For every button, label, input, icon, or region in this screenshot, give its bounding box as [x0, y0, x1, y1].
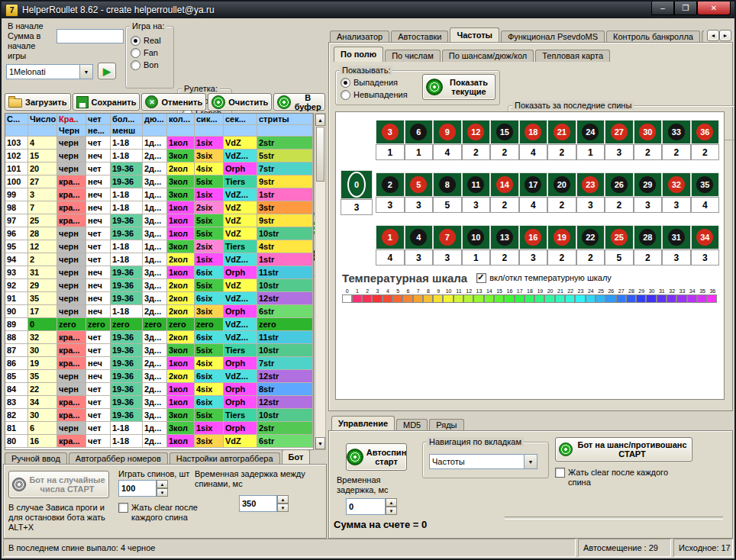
field-number-20[interactable]: 20 [547, 172, 576, 197]
tab-Частоты[interactable]: Частоты [450, 27, 499, 43]
bot-clear-checkbox[interactable] [118, 503, 128, 513]
tab-Автоставки[interactable]: Автоставки [391, 31, 448, 43]
tab-Автограббер номеров[interactable]: Автограббер номеров [69, 452, 168, 465]
save-button[interactable]: Сохранить [73, 93, 140, 111]
scrollbar-thumb[interactable] [316, 127, 324, 182]
field-number-23[interactable]: 23 [576, 172, 605, 197]
tab-Ряды[interactable]: Ряды [429, 419, 463, 431]
undo-button[interactable]: ✕Отменить [141, 93, 206, 111]
field-number-9[interactable]: 9 [433, 120, 462, 144]
spins-up-icon[interactable]: ▲ [157, 480, 168, 488]
radio-Fan[interactable]: Fan [131, 47, 170, 59]
tab-Настройки автограббера[interactable]: Настройки автограббера [169, 452, 280, 465]
field-number-34[interactable]: 34 [691, 225, 720, 249]
spins-stepper[interactable]: 100 ▲▼ [118, 480, 168, 497]
field-number-4[interactable]: 4 [405, 225, 434, 249]
tab-Управление[interactable]: Управление [331, 416, 395, 431]
control-delay-stepper[interactable]: 0 ▲▼ [346, 498, 397, 515]
field-number-33[interactable]: 33 [662, 120, 691, 144]
table-scrollbar[interactable]: ▲ ▼ [315, 113, 326, 450]
field-number-3[interactable]: 3 [376, 120, 405, 144]
field-number-12[interactable]: 12 [462, 120, 491, 144]
field-number-31[interactable]: 31 [662, 225, 691, 249]
radio-Real[interactable]: Real [131, 34, 170, 47]
field-number-6[interactable]: 6 [405, 120, 434, 144]
tab-Контроль банкролла[interactable]: Контроль банкролла [606, 31, 700, 43]
nav-dropdown-icon[interactable]: ▼ [524, 455, 537, 468]
random-bot-button[interactable]: Бот на случайные числа СТАРТ [8, 471, 109, 498]
field-number-35[interactable]: 35 [691, 172, 720, 197]
tab-Функционал PsevdoMS[interactable]: Функционал PsevdoMS [501, 31, 605, 43]
tab-MD5[interactable]: MD5 [396, 419, 428, 431]
tab-Тепловая карта[interactable]: Тепловая карта [535, 50, 610, 62]
temp-scale-checkbox-row[interactable]: вкл/откл температурную шкалу [476, 273, 612, 283]
chance-bot-button[interactable]: Бот на шанс/противошанс СТАРТ [555, 437, 692, 462]
clear-button[interactable]: Очистить [208, 93, 272, 111]
field-number-29[interactable]: 29 [634, 172, 663, 197]
load-button[interactable]: Загрузить [5, 93, 71, 111]
table-cell: 19-36 [111, 227, 143, 240]
results-table[interactable]: С...ЧислоКра..четбол...дю...кол...сик...… [5, 113, 314, 450]
close-button[interactable]: ✕ [697, 2, 731, 15]
control-delay-up-icon[interactable]: ▲ [386, 498, 397, 507]
start-sum-input[interactable] [56, 29, 124, 43]
zero-column[interactable]: 0 3 [341, 120, 373, 266]
field-number-27[interactable]: 27 [605, 120, 634, 144]
minimize-button[interactable]: – [651, 2, 674, 15]
tab-По полю[interactable]: По полю [334, 47, 383, 62]
field-number-24[interactable]: 24 [576, 120, 605, 144]
field-number-11[interactable]: 11 [462, 172, 491, 197]
tab-Анализатор[interactable]: Анализатор [330, 31, 389, 43]
field-number-1[interactable]: 1 [376, 225, 405, 249]
field-number-13[interactable]: 13 [490, 225, 519, 249]
field-number-5[interactable]: 5 [405, 172, 434, 197]
field-number-10[interactable]: 10 [462, 225, 491, 249]
copy-buffer-button[interactable]: В буфер [273, 93, 325, 111]
tab-Ручной ввод[interactable]: Ручной ввод [5, 452, 67, 465]
field-number-15[interactable]: 15 [490, 120, 519, 144]
control-delay-down-icon[interactable]: ▼ [386, 507, 397, 515]
field-number-2[interactable]: 2 [376, 172, 405, 197]
control-clear-checkbox[interactable] [555, 468, 565, 478]
field-number-36[interactable]: 36 [691, 120, 720, 144]
field-number-32[interactable]: 32 [662, 172, 691, 197]
field-number-21[interactable]: 21 [547, 120, 576, 144]
field-number-25[interactable]: 25 [605, 225, 634, 249]
field-number-0[interactable]: 0 [341, 170, 373, 199]
combo-dropdown-icon[interactable]: ▼ [79, 65, 92, 79]
field-number-16[interactable]: 16 [519, 225, 548, 249]
field-number-26[interactable]: 26 [605, 172, 634, 197]
field-number-30[interactable]: 30 [634, 120, 663, 144]
tab-scroll-right-icon[interactable]: ► [719, 30, 731, 41]
field-number-17[interactable]: 17 [519, 172, 548, 197]
titlebar[interactable]: 7 HelperRoullet 8.62 - create helperroul… [2, 2, 734, 18]
field-number-19[interactable]: 19 [547, 225, 576, 249]
field-number-8[interactable]: 8 [433, 172, 462, 197]
field-number-22[interactable]: 22 [576, 225, 605, 249]
play-button[interactable]: ▶ [98, 63, 116, 79]
delay-down-icon[interactable]: ▼ [277, 504, 289, 512]
tab-По числам[interactable]: По числам [385, 50, 441, 62]
bot-clear-checkbox-row[interactable]: Жать clear после каждого спина [118, 503, 229, 523]
temp-scale-checkbox[interactable] [476, 273, 486, 283]
show-current-button[interactable]: Показать текущие [422, 74, 496, 100]
autospin-button[interactable]: Автоспин старт [346, 443, 407, 471]
bot-delay-stepper[interactable]: 350 ▲▼ [239, 495, 289, 512]
field-number-18[interactable]: 18 [519, 120, 548, 144]
control-clear-checkbox-row[interactable]: Жать clear после каждого спина [555, 468, 670, 488]
delay-up-icon[interactable]: ▲ [277, 495, 289, 504]
scroll-down-icon[interactable]: ▼ [315, 437, 325, 449]
tab-scroll-left-icon[interactable]: ◄ [707, 30, 719, 41]
tab-Бот[interactable]: Бот [282, 449, 311, 465]
tab-По шансам/дюж/кол[interactable]: По шансам/дюж/кол [442, 50, 534, 62]
field-number-14[interactable]: 14 [490, 172, 519, 197]
field-number-7[interactable]: 7 [433, 225, 462, 249]
maximize-button[interactable]: ❐ [674, 2, 697, 15]
scroll-up-icon[interactable]: ▲ [315, 114, 325, 126]
radio-Bon[interactable]: Bon [131, 59, 170, 71]
spins-down-icon[interactable]: ▼ [157, 488, 168, 497]
profile-combo[interactable]: 1Melonati ▼ [6, 64, 93, 79]
field-number-28[interactable]: 28 [634, 225, 663, 249]
nav-combo[interactable]: Частоты ▼ [429, 454, 537, 469]
tab-Колесо[interactable]: Колесо [702, 31, 704, 43]
